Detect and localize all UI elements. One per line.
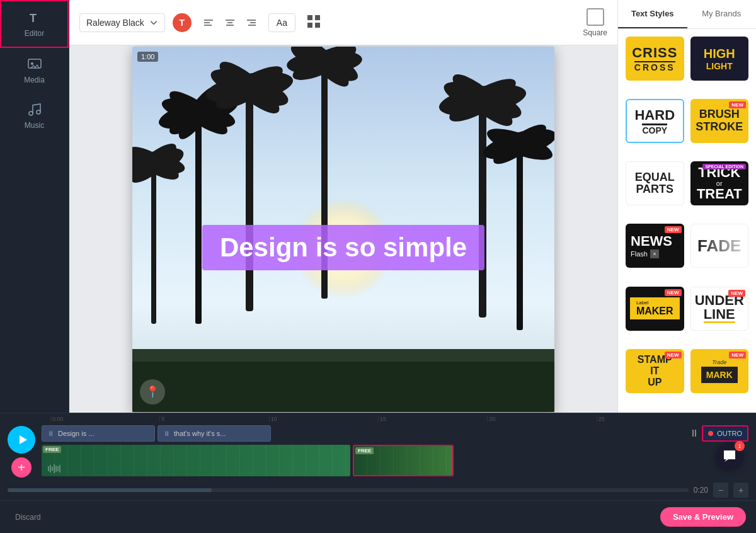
svg-rect-15	[315, 15, 320, 20]
ruler-20: 20	[487, 416, 596, 422]
flash-text: Flash	[631, 250, 648, 258]
align-left-button[interactable]	[199, 13, 218, 32]
play-button[interactable]	[8, 426, 35, 454]
text-clip-2[interactable]: ⏸ that's why it's s...	[158, 425, 271, 442]
grid-button[interactable]	[303, 11, 324, 34]
style-highlight[interactable]: HIGH LIGHT	[690, 37, 749, 81]
outro-dot	[708, 431, 713, 436]
video-clip-1[interactable]: FREE	[42, 445, 350, 476]
svg-rect-31	[246, 84, 253, 311]
play-icon	[17, 434, 28, 445]
text-icon: T	[27, 10, 42, 25]
outro-clip[interactable]: OUTRO	[702, 425, 748, 442]
svg-rect-25	[195, 110, 202, 324]
timeline-bottom: 0:20 − +	[0, 480, 756, 500]
svg-point-4	[37, 110, 40, 114]
music-icon	[27, 102, 42, 117]
ruler-10: 10	[269, 416, 378, 422]
align-right-icon	[246, 18, 256, 28]
font-size-button[interactable]: Aa	[268, 13, 295, 32]
main-content: Raleway Black T Aa	[69, 0, 617, 413]
timeline-controls: +	[8, 425, 35, 478]
color-initial: T	[180, 18, 185, 28]
copy-text: COPY	[642, 123, 667, 135]
square-button[interactable]: Square	[583, 8, 607, 37]
chat-widget[interactable]: 1	[716, 442, 743, 470]
style-underline[interactable]: NEW UNDER LINE	[690, 287, 749, 331]
style-equal-parts[interactable]: EQUALPARTS	[626, 161, 684, 205]
sidebar: T Editor Media Music	[0, 0, 69, 413]
chat-badge: 1	[735, 441, 745, 451]
grid-icon	[307, 14, 321, 28]
style-brush-stroke[interactable]: NEW BRUSHSTROKE	[690, 99, 749, 143]
canvas-area: 1:00 Design is so simple 📍	[69, 45, 617, 413]
alignment-group	[199, 13, 261, 32]
tab-my-brands[interactable]: My Brands	[687, 0, 757, 28]
underline-new-badge: NEW	[728, 290, 745, 297]
style-criss-cross[interactable]: CRISS CROSS	[626, 37, 684, 81]
news-text: NEWS	[631, 233, 672, 249]
pause-icon-1: ⏸	[47, 430, 54, 437]
save-preview-button[interactable]: Save & Preview	[660, 507, 746, 527]
cross-text: CROSS	[634, 61, 675, 72]
style-label-maker[interactable]: NEW Label MAKER	[626, 287, 684, 331]
hard-text: HARD	[634, 107, 675, 123]
ruler-5: 5	[159, 416, 268, 422]
text-clip-2-label: that's why it's s...	[174, 430, 226, 437]
news-new-badge: NEW	[665, 226, 682, 233]
discard-button[interactable]: Discard	[10, 510, 46, 524]
stamp-new-badge: NEW	[665, 352, 682, 358]
special-badge: SPECIAL EDITION	[702, 164, 746, 169]
style-hard-copy[interactable]: HARD COPY	[626, 99, 684, 143]
tab-text-styles[interactable]: Text Styles	[618, 0, 687, 28]
font-selector[interactable]: Raleway Black	[79, 13, 165, 32]
align-center-button[interactable]	[220, 13, 239, 32]
color-picker[interactable]: T	[173, 13, 192, 32]
svg-rect-51	[132, 362, 554, 412]
sidebar-item-media[interactable]: Media	[0, 48, 69, 93]
editor-label: Editor	[25, 29, 44, 38]
text-clip-1-label: Design is ...	[58, 430, 94, 437]
svg-rect-17	[315, 23, 320, 28]
style-news-flash[interactable]: NEW NEWS Flash ×	[626, 224, 684, 268]
add-clip-button[interactable]: +	[11, 457, 32, 478]
sidebar-item-editor[interactable]: T Editor	[0, 0, 69, 48]
label-new-badge: NEW	[665, 289, 682, 296]
right-panel: Text Styles My Brands CRISS CROSS HIGH L…	[617, 0, 756, 413]
criss-text: CRISS	[632, 45, 677, 61]
label-maker-text: MAKER	[636, 306, 673, 317]
canvas-text-overlay[interactable]: Design is so simple	[202, 225, 484, 270]
style-trick-or-treat[interactable]: SPECIAL EDITION TRICK or TREAT	[690, 161, 749, 205]
media-label: Media	[24, 76, 45, 84]
music-label: Music	[25, 121, 44, 130]
video-clip-2[interactable]: FREE	[353, 445, 454, 476]
svg-text:T: T	[30, 12, 37, 25]
chat-icon	[723, 449, 736, 463]
free-badge-1: FREE	[43, 446, 61, 453]
text-clip-1[interactable]: ⏸ Design is ...	[42, 425, 155, 442]
equal-text: EQUALPARTS	[635, 171, 675, 197]
high-text: HIGH	[704, 47, 735, 61]
align-right-button[interactable]	[242, 13, 261, 32]
sidebar-item-music[interactable]: Music	[0, 93, 69, 139]
align-center-icon	[225, 18, 235, 28]
style-stamp-it-up[interactable]: NEW STAMPITUP	[626, 349, 684, 393]
svg-point-3	[29, 112, 33, 115]
ruler-25: 25	[597, 416, 706, 422]
brush-text: BRUSHSTROKE	[696, 108, 743, 134]
canvas[interactable]: 1:00 Design is so simple 📍	[132, 47, 554, 412]
svg-rect-20	[151, 160, 156, 324]
news-close-button[interactable]: ×	[650, 249, 659, 258]
zoom-in-button[interactable]: +	[733, 483, 748, 498]
pause-icon-3: ⏸	[689, 428, 699, 439]
timeline-scrollbar[interactable]	[8, 488, 689, 492]
style-fade[interactable]: FADE	[690, 224, 749, 268]
svg-rect-41	[517, 141, 523, 330]
new-badge: NEW	[729, 101, 746, 108]
font-name: Raleway Black	[86, 18, 144, 28]
fade-text: FADE	[697, 236, 741, 256]
zoom-out-button[interactable]: −	[713, 483, 728, 498]
stamp-text: STAMPITUP	[638, 354, 672, 387]
square-label: Square	[583, 28, 607, 37]
style-trademark[interactable]: NEW Trade MARK	[690, 349, 749, 393]
